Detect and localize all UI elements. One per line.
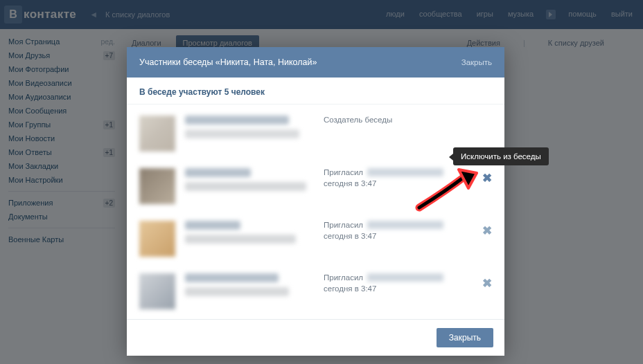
modal-footer: Закрыть	[127, 319, 504, 356]
member-row: Создатель беседы	[139, 107, 497, 160]
modal-close-top[interactable]: Закрыть	[461, 58, 492, 66]
creator-label: Создатель беседы	[324, 116, 392, 124]
inviter-name-redacted	[367, 273, 443, 282]
invited-by-label: Пригласил	[324, 221, 363, 229]
member-row: Пригласил сегодня в 3:47 ✖	[139, 265, 497, 318]
member-row: Пригласил сегодня в 3:47 ✖	[139, 212, 497, 265]
remove-tooltip: Исключить из беседы	[453, 147, 549, 165]
modal-title: Участники беседы «Никита, Ната, Николай»	[139, 57, 317, 67]
avatar[interactable]	[139, 168, 175, 204]
member-row: Пригласил сегодня в 3:47 ✖	[139, 160, 497, 212]
remove-member-icon[interactable]: ✖	[482, 276, 492, 291]
modal-header: Участники беседы «Никита, Ната, Николай»…	[127, 47, 504, 78]
invite-time: сегодня в 3:47	[324, 179, 497, 188]
avatar[interactable]	[139, 116, 175, 152]
avatar[interactable]	[139, 273, 175, 309]
invite-time: сегодня в 3:47	[324, 232, 497, 240]
remove-member-icon[interactable]: ✖	[482, 224, 492, 238]
modal-subtitle: В беседе участвуют 5 человек	[127, 78, 504, 104]
invited-by-label: Пригласил	[324, 273, 363, 282]
invite-time: сегодня в 3:47	[324, 284, 497, 293]
member-row: Пригласил ✖	[139, 318, 497, 319]
avatar[interactable]	[139, 221, 175, 257]
inviter-name-redacted	[367, 168, 443, 176]
inviter-name-redacted	[367, 221, 443, 229]
invited-by-label: Пригласил	[324, 168, 363, 176]
remove-member-icon[interactable]: ✖	[482, 171, 492, 185]
close-button[interactable]: Закрыть	[437, 328, 493, 347]
modal-body[interactable]: Создатель беседы Пригласил сегодня в 3:4…	[127, 104, 504, 319]
participants-modal: Участники беседы «Никита, Ната, Николай»…	[127, 47, 504, 356]
